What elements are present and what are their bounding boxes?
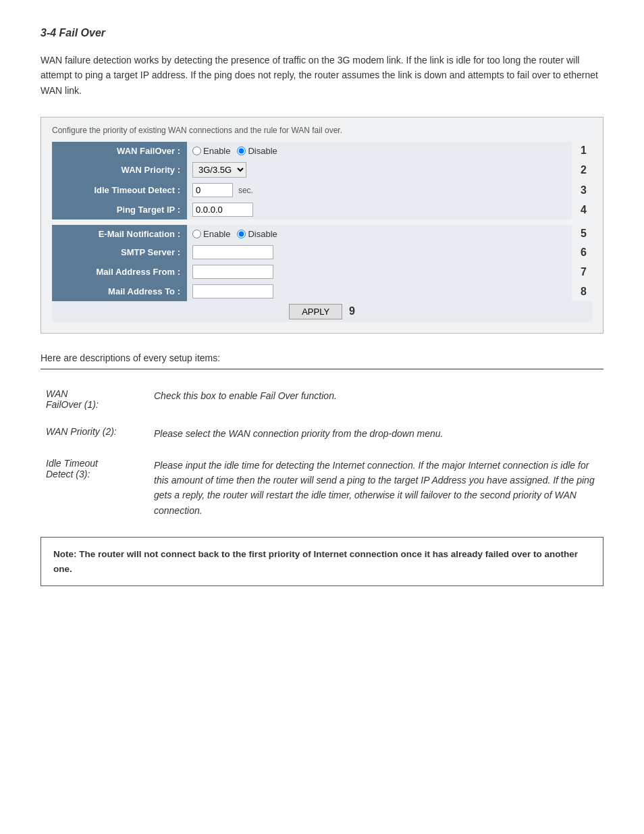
table-row: Mail Address To : 8 xyxy=(52,282,592,301)
ping-target-input-cell xyxy=(187,200,572,219)
apply-number: 9 xyxy=(349,305,355,317)
desc-text-3: Please input the idle time for detecting… xyxy=(149,450,603,527)
ping-target-number: 4 xyxy=(572,200,592,219)
mail-from-input[interactable] xyxy=(192,265,273,279)
email-enable-text: Enable xyxy=(203,229,230,239)
email-notification-number: 5 xyxy=(572,225,592,242)
desc-row-2: WAN Priority (2): Please select the WAN … xyxy=(41,418,603,449)
wan-priority-input-cell: 3G/3.5G xyxy=(187,159,572,180)
email-notification-radio-group: Enable Disable xyxy=(192,229,566,239)
email-notification-input-cell: Enable Disable xyxy=(187,225,572,242)
wan-priority-number: 2 xyxy=(572,159,592,180)
table-row: WAN FailOver : Enable Disable 1 xyxy=(52,142,592,159)
config-table: WAN FailOver : Enable Disable 1 WAN Prio… xyxy=(52,142,592,322)
table-row: WAN Priority : 3G/3.5G 2 xyxy=(52,159,592,180)
desc-text-2: Please select the WAN connection priorit… xyxy=(149,418,603,449)
desc-row-1: WANFailOver (1): Check this box to enabl… xyxy=(41,380,603,418)
wan-failover-enable-label[interactable]: Enable xyxy=(192,146,230,156)
wan-failover-radio-group: Enable Disable xyxy=(192,146,566,156)
desc-row-3: Idle TimeoutDetect (3): Please input the… xyxy=(41,450,603,527)
apply-button[interactable]: APPLY xyxy=(289,304,342,319)
email-notification-label: E-Mail Notification : xyxy=(52,225,187,242)
table-row: Ping Target IP : 4 xyxy=(52,200,592,219)
page-title: 3-4 Fail Over xyxy=(41,27,603,39)
config-box: Configure the priority of existing WAN c… xyxy=(41,117,603,334)
wan-failover-label: WAN FailOver : xyxy=(52,142,187,159)
mail-from-label: Mail Address From : xyxy=(52,262,187,282)
ping-target-label: Ping Target IP : xyxy=(52,200,187,219)
table-row: Idle Timeout Detect : sec. 3 xyxy=(52,180,592,200)
smtp-server-input[interactable] xyxy=(192,245,273,259)
wan-priority-select[interactable]: 3G/3.5G xyxy=(192,162,246,178)
mail-to-label: Mail Address To : xyxy=(52,282,187,301)
apply-cell: APPLY 9 xyxy=(52,301,592,322)
intro-paragraph: WAN failure detection works by detecting… xyxy=(41,53,603,98)
wan-failover-disable-radio[interactable] xyxy=(237,147,246,155)
email-disable-text: Disable xyxy=(248,229,277,239)
note-text: Note: The router will not connect back t… xyxy=(53,549,578,574)
note-bold: Note: The router will not connect back t… xyxy=(53,549,578,574)
wan-failover-disable-text: Disable xyxy=(248,146,277,156)
email-enable-label[interactable]: Enable xyxy=(192,229,230,239)
idle-timeout-input-cell: sec. xyxy=(187,180,572,200)
idle-timeout-number: 3 xyxy=(572,180,592,200)
desc-text-1: Check this box to enable Fail Over funct… xyxy=(149,380,603,418)
note-box: Note: The router will not connect back t… xyxy=(41,537,603,586)
idle-timeout-unit: sec. xyxy=(238,186,253,195)
ping-target-input[interactable] xyxy=(192,203,253,217)
idle-timeout-label: Idle Timeout Detect : xyxy=(52,180,187,200)
smtp-server-label: SMTP Server : xyxy=(52,242,187,262)
mail-from-input-cell xyxy=(187,262,572,282)
mail-to-number: 8 xyxy=(572,282,592,301)
desc-label-3: Idle TimeoutDetect (3): xyxy=(41,450,149,527)
wan-failover-input-cell: Enable Disable xyxy=(187,142,572,159)
mail-to-input-cell xyxy=(187,282,572,301)
desc-label-2: WAN Priority (2): xyxy=(41,418,149,449)
email-disable-radio[interactable] xyxy=(237,230,246,238)
smtp-server-input-cell xyxy=(187,242,572,262)
table-row: SMTP Server : 6 xyxy=(52,242,592,262)
table-row: E-Mail Notification : Enable Disable 5 xyxy=(52,225,592,242)
wan-failover-number: 1 xyxy=(572,142,592,159)
descriptions-table: WANFailOver (1): Check this box to enabl… xyxy=(41,380,603,526)
mail-from-number: 7 xyxy=(572,262,592,282)
wan-failover-disable-label[interactable]: Disable xyxy=(237,146,277,156)
wan-failover-enable-text: Enable xyxy=(203,146,230,156)
config-box-title: Configure the priority of existing WAN c… xyxy=(52,126,592,135)
idle-timeout-input[interactable] xyxy=(192,183,233,197)
apply-row: APPLY 9 xyxy=(52,301,592,322)
email-enable-radio[interactable] xyxy=(192,230,201,238)
descriptions-title: Here are descriptions of every setup ite… xyxy=(41,353,603,363)
table-row: Mail Address From : 7 xyxy=(52,262,592,282)
spacer-row xyxy=(52,219,592,225)
desc-label-1: WANFailOver (1): xyxy=(41,380,149,418)
divider xyxy=(41,369,603,369)
wan-priority-label: WAN Priority : xyxy=(52,159,187,180)
mail-to-input[interactable] xyxy=(192,284,273,298)
wan-failover-enable-radio[interactable] xyxy=(192,147,201,155)
smtp-server-number: 6 xyxy=(572,242,592,262)
email-disable-label[interactable]: Disable xyxy=(237,229,277,239)
